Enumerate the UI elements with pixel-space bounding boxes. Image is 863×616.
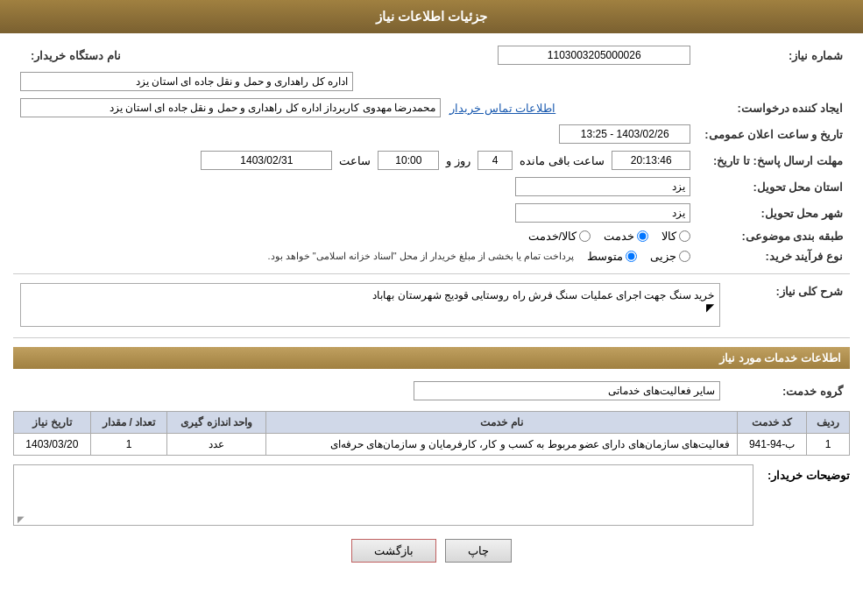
process-label: نوع فرآیند خرید: bbox=[697, 246, 850, 266]
col-name: نام خدمت bbox=[265, 412, 737, 434]
description-section: شرح کلی نیاز: خرید سنگ جهت اجرای عملیات … bbox=[13, 280, 850, 330]
cell-quantity: 1 bbox=[90, 434, 167, 456]
col-unit: واحد اندازه گیری bbox=[167, 412, 265, 434]
response-date-label: مهلت ارسال پاسخ: تا تاریخ: bbox=[697, 147, 850, 173]
description-text: خرید سنگ جهت اجرای عملیات سنگ فرش راه رو… bbox=[372, 289, 714, 301]
col-code: کد خدمت bbox=[738, 412, 807, 434]
col-date: تاریخ نیاز bbox=[14, 412, 91, 434]
category-kala-khadamat-option[interactable]: کالا/خدمت bbox=[528, 230, 591, 243]
need-number-input[interactable] bbox=[498, 46, 690, 65]
category-khadamat-option[interactable]: خدمت bbox=[604, 230, 648, 243]
response-date-input[interactable] bbox=[201, 151, 332, 170]
province-input[interactable] bbox=[515, 177, 690, 196]
remaining-time-input[interactable] bbox=[612, 151, 690, 170]
service-group-label: گروه خدمت: bbox=[727, 378, 850, 404]
process-jozvi-option[interactable]: جزیی bbox=[650, 250, 690, 263]
cell-service-name: فعالیت‌های سازمان‌های دارای عضو مربوط به… bbox=[265, 434, 737, 456]
service-group-input[interactable] bbox=[414, 381, 720, 400]
buyer-org-value bbox=[13, 68, 360, 95]
city-label: شهر محل تحویل: bbox=[697, 200, 850, 226]
process-motovaset-radio[interactable] bbox=[626, 251, 637, 262]
service-group-table: گروه خدمت: bbox=[13, 378, 850, 404]
cell-code: ب-94-941 bbox=[738, 434, 807, 456]
remaining-time-label: ساعت باقی مانده bbox=[520, 154, 605, 167]
response-days-label: روز و bbox=[446, 154, 470, 167]
description-resize-handle[interactable]: ◤ bbox=[26, 301, 714, 314]
cell-unit: عدد bbox=[167, 434, 265, 456]
response-time-input[interactable] bbox=[378, 151, 439, 170]
category-kala-option[interactable]: کالا bbox=[661, 230, 690, 243]
announce-date-label: تاریخ و ساعت اعلان عمومی: bbox=[697, 121, 850, 147]
col-row: ردیف bbox=[807, 412, 850, 434]
comments-label: توضیحات خریدار: bbox=[762, 464, 850, 482]
services-table: ردیف کد خدمت نام خدمت واحد اندازه گیری ت… bbox=[13, 411, 850, 456]
services-section-title: اطلاعات خدمات مورد نیاز bbox=[13, 347, 850, 369]
comments-box: ◤ bbox=[13, 464, 753, 526]
services-section: اطلاعات خدمات مورد نیاز گروه خدمت: ردیف … bbox=[13, 347, 850, 456]
process-radio-group: جزیی متوسط bbox=[587, 250, 690, 263]
category-kala-khadamat-radio[interactable] bbox=[579, 230, 591, 242]
process-note: پرداخت تمام یا بخشی از مبلغ خریدار از مح… bbox=[268, 251, 575, 262]
back-button[interactable]: بازگشت bbox=[351, 539, 436, 563]
creator-input[interactable] bbox=[20, 98, 441, 117]
description-box: خرید سنگ جهت اجرای عملیات سنگ فرش راه رو… bbox=[20, 283, 720, 327]
buyer-org-input[interactable] bbox=[20, 72, 353, 91]
page-header: جزئیات اطلاعات نیاز bbox=[0, 0, 863, 33]
creator-contact-link[interactable]: اطلاعات تماس خریدار bbox=[449, 102, 555, 115]
creator-label: ایجاد کننده درخواست: bbox=[697, 95, 850, 121]
info-table: شماره نیاز: نام دستگاه خریدار: ایجاد کنن… bbox=[13, 42, 850, 266]
need-number-label: شماره نیاز: bbox=[697, 42, 850, 68]
category-label: طبقه بندی موضوعی: bbox=[697, 226, 850, 246]
process-motovaset-option[interactable]: متوسط bbox=[587, 250, 637, 263]
description-label: شرح کلی نیاز: bbox=[727, 280, 850, 330]
buyer-org-label: نام دستگاه خریدار: bbox=[13, 42, 360, 68]
print-button[interactable]: چاپ bbox=[445, 539, 512, 563]
comments-section: توضیحات خریدار: ◤ bbox=[13, 464, 850, 526]
category-kala-radio[interactable] bbox=[679, 230, 690, 242]
col-qty: تعداد / مقدار bbox=[90, 412, 167, 434]
need-number-value bbox=[395, 42, 697, 68]
response-time-label: ساعت bbox=[339, 154, 371, 167]
comments-resize-handle[interactable]: ◤ bbox=[16, 514, 25, 523]
process-jozvi-radio[interactable] bbox=[679, 251, 690, 262]
page-title: جزئیات اطلاعات نیاز bbox=[376, 9, 487, 24]
city-input[interactable] bbox=[515, 203, 690, 223]
cell-date: 1403/03/20 bbox=[14, 434, 91, 456]
province-label: استان محل تحویل: bbox=[697, 173, 850, 200]
response-days-input[interactable] bbox=[477, 151, 513, 170]
category-radio-group: کالا خدمت کالا/خدمت bbox=[20, 230, 690, 243]
category-khadamat-radio[interactable] bbox=[637, 230, 648, 242]
announce-date-input[interactable] bbox=[559, 124, 690, 144]
buttons-row: چاپ بازگشت bbox=[13, 539, 850, 576]
cell-row: 1 bbox=[807, 434, 850, 456]
table-row: 1 ب-94-941 فعالیت‌های سازمان‌های دارای ع… bbox=[14, 434, 850, 456]
